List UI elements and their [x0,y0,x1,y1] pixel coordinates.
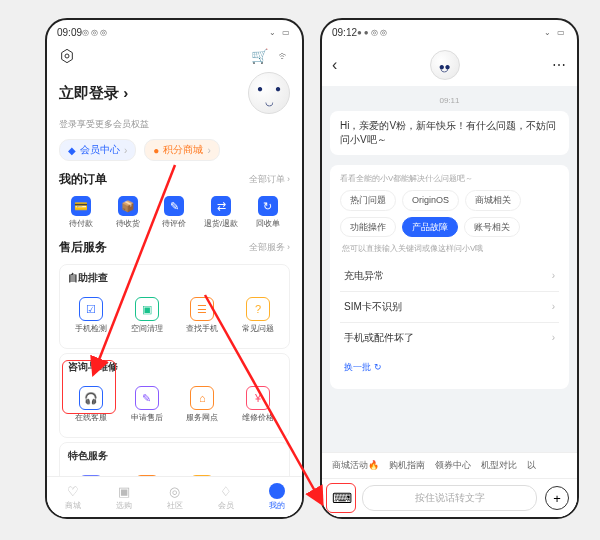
service-icon: ⌂ [190,386,214,410]
status-icons-r: ⌄ ▭ [269,28,292,37]
order-tile-1[interactable]: 📦 待收货 [106,192,151,233]
status-time: 09:09 [57,27,82,38]
order-icon: ↻ [258,196,278,216]
order-label: 退货/退款 [204,218,238,229]
nav-4[interactable]: 我的 [251,477,302,517]
more-icon[interactable]: ⋯ [552,57,567,73]
login-title: 立即登录 › [59,84,128,103]
phone-left: 09:09 ◎◎◎ ⌄ ▭ 🛒 ᯤ 立即登录 › ◡ 登录享受更多会员权益 ◆ … [45,18,304,519]
order-icon: ⇄ [211,196,231,216]
topic-tag-5[interactable]: 账号相关 [464,217,520,238]
topic-tag-4[interactable]: 产品故障 [402,217,458,238]
service-label: 在线客服 [75,412,107,423]
orders-more[interactable]: 全部订单 › [249,173,291,186]
nav-3[interactable]: ♢会员 [200,477,251,517]
chip-member-center[interactable]: ◆ 会员中心 › [59,139,136,161]
chat-body: 09:11 Hi，亲爱的V粉，新年快乐！有什么问题，不妨问问小V吧～ 看看全能的… [322,86,577,479]
chevron-right-icon: › [552,331,555,345]
faq-label: 手机或配件坏了 [344,331,414,345]
bottom-nav: ♡商城▣选购◎社区♢会员我的 [47,476,302,517]
shuffle-btn[interactable]: 换一批 ↻ [340,353,559,382]
faq-row-1[interactable]: SIM卡不识别› [340,292,559,323]
avatar-robot[interactable]: ◡ [248,72,290,114]
login-row[interactable]: 立即登录 › ◡ [47,68,302,118]
faq-label: 充电异常 [344,269,384,283]
service-icon: 🎧 [79,386,103,410]
login-subtitle: 登录享受更多会员权益 [47,118,302,135]
card-self-check: 自助排查 ☑ 手机检测▣ 空间清理☰ 查找手机? 常见问题 [59,264,290,349]
order-label: 待付款 [69,218,93,229]
card1-tile-2[interactable]: ☰ 查找手机 [176,293,230,338]
bell-icon[interactable]: ᯤ [278,49,290,63]
nav-icon [269,483,285,499]
topic-tag-1[interactable]: OriginOS [402,190,459,211]
status-icons-lr: ●●◎◎ [357,28,389,37]
card1-tile-0[interactable]: ☑ 手机检测 [64,293,118,338]
chip-points-mall[interactable]: ● 积分商城 › [144,139,219,161]
phone-right: 09:12 ●●◎◎ ⌄ ▭ ‹ ◡ ⋯ 09:11 Hi，亲爱的V粉，新年快乐… [320,18,579,519]
chat-header: ‹ ◡ ⋯ [322,44,577,86]
nav-icon: ▣ [118,484,130,499]
chat-avatar[interactable]: ◡ [430,50,460,80]
order-label: 待评价 [162,218,186,229]
status-time-r: 09:12 [332,27,357,38]
plus-icon[interactable]: + [545,486,569,510]
status-bar: 09:09 ◎◎◎ ⌄ ▭ [47,20,302,44]
service-icon: ✎ [135,386,159,410]
chip-row: ◆ 会员中心 › ● 积分商城 › [47,135,302,165]
quick-chip-0[interactable]: 商城活动🔥 [332,459,379,472]
card2-tile-1[interactable]: ✎ 申请售后 [120,382,174,427]
faq-row-2[interactable]: 手机或配件坏了› [340,323,559,353]
nav-label: 商城 [65,500,81,511]
input-bar: ⌨ 按住说话转文字 + [322,478,577,517]
card1-tile-3[interactable]: ? 常见问题 [231,293,285,338]
topic-tag-3[interactable]: 功能操作 [340,217,396,238]
order-tile-3[interactable]: ⇄ 退货/退款 [199,192,244,233]
nav-label: 选购 [116,500,132,511]
order-label: 回收单 [256,218,280,229]
nav-icon: ◎ [169,484,180,499]
voice-input-field[interactable]: 按住说话转文字 [362,485,537,511]
quick-chip-4[interactable]: 以 [527,459,536,472]
card1-title: 自助排查 [68,271,285,285]
quick-chip-row: 商城活动🔥购机指南领券中心机型对比以 [322,452,577,478]
order-label: 待收货 [116,218,140,229]
nav-1[interactable]: ▣选购 [98,477,149,517]
card2-tile-0[interactable]: 🎧 在线客服 [64,382,118,427]
order-tile-4[interactable]: ↻ 回收单 [245,192,290,233]
service-more[interactable]: 全部服务 › [249,241,291,254]
nav-label: 我的 [269,500,285,511]
nav-2[interactable]: ◎社区 [149,477,200,517]
topic-tag-2[interactable]: 商城相关 [465,190,521,211]
card2-tile-2[interactable]: ⌂ 服务网点 [176,382,230,427]
service-icon: ▣ [135,297,159,321]
help-bubble: 看看全能的小V都能解决什么问题吧～ 热门问题OriginOS商城相关功能操作产品… [330,165,569,389]
faq-row-0[interactable]: 充电异常› [340,261,559,292]
chevron-right-icon: › [552,269,555,283]
coin-icon: ● [153,145,159,156]
service-icon: ☑ [79,297,103,321]
service-label: 服务网点 [186,412,218,423]
svg-point-0 [65,54,69,58]
card1-tile-1[interactable]: ▣ 空间清理 [120,293,174,338]
quick-chip-1[interactable]: 购机指南 [389,459,425,472]
back-icon[interactable]: ‹ [332,56,337,74]
order-tile-0[interactable]: 💳 待付款 [59,192,104,233]
card3-title: 特色服务 [68,449,285,463]
service-title: 售后服务 [59,239,107,256]
chevron-right-icon: › [552,300,555,314]
quick-chip-3[interactable]: 机型对比 [481,459,517,472]
settings-hex-icon[interactable] [59,48,75,64]
cart-icon[interactable]: 🛒 [251,48,268,64]
nav-0[interactable]: ♡商城 [47,477,98,517]
order-tile-2[interactable]: ✎ 待评价 [152,192,197,233]
service-label: 维修价格 [242,412,274,423]
section-orders: 我的订单 全部订单 › 💳 待付款📦 待收货✎ 待评价⇄ 退货/退款↻ 回收单 [47,165,302,233]
topic-tag-0[interactable]: 热门问题 [340,190,396,211]
service-label: 空间清理 [131,323,163,334]
diamond-icon: ◆ [68,145,76,156]
nav-icon: ♢ [220,484,232,499]
quick-chip-2[interactable]: 领券中心 [435,459,471,472]
keyboard-icon[interactable]: ⌨ [330,487,354,509]
card2-tile-3[interactable]: ¥ 维修价格 [231,382,285,427]
